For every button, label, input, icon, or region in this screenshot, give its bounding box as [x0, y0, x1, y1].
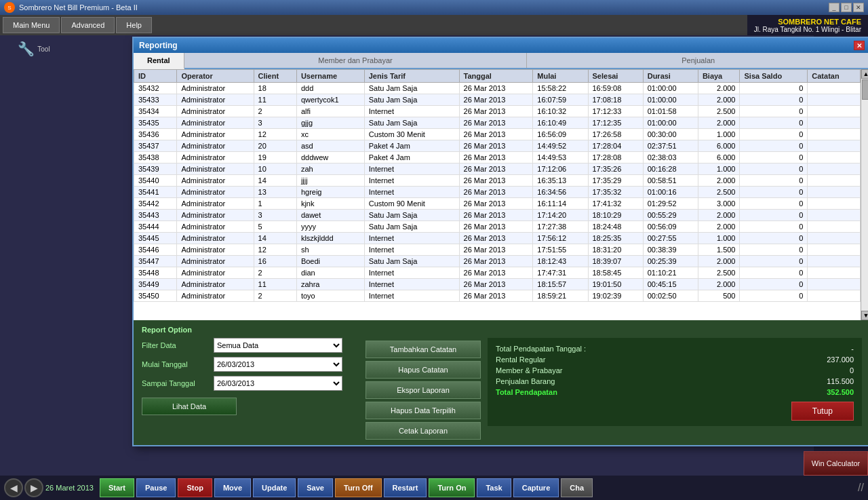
update-btn[interactable]: Update: [253, 478, 296, 497]
table-cell: 35439: [134, 164, 177, 175]
close-btn[interactable]: ✕: [853, 3, 864, 12]
grand-total-label: Total Pendapatan: [496, 388, 557, 396]
scroll-thumb[interactable]: [862, 79, 868, 100]
minimize-btn[interactable]: _: [829, 3, 840, 12]
table-cell: [808, 290, 861, 302]
table-cell: 17:35:26: [588, 164, 643, 175]
save-btn[interactable]: Save: [298, 478, 333, 497]
table-cell: Administrator: [177, 244, 254, 256]
turnoff-btn[interactable]: Turn Off: [335, 478, 382, 497]
col-catatan: Catatan: [808, 70, 861, 83]
table-row[interactable]: 35444Administrator5yyyySatu Jam Saja26 M…: [134, 221, 861, 233]
capture-btn[interactable]: Capture: [513, 478, 559, 497]
table-cell: 16:34:56: [533, 187, 588, 198]
restart-btn[interactable]: Restart: [384, 478, 427, 497]
hapus-catatan-btn[interactable]: Hapus Catatan: [366, 361, 481, 379]
table-row[interactable]: 35446Administrator12shInternet26 Mar 201…: [134, 244, 861, 256]
date-display: 26 Maret 2013: [45, 484, 94, 492]
table-cell: 26 Mar 2013: [459, 221, 533, 233]
data-table-container[interactable]: ID Operator Client Username Jenis Tarif …: [134, 69, 861, 320]
table-cell: 11: [254, 94, 296, 106]
table-row[interactable]: 35434Administrator2alfiInternet26 Mar 20…: [134, 106, 861, 117]
table-row[interactable]: 35439Administrator10zahInternet26 Mar 20…: [134, 164, 861, 175]
next-btn[interactable]: ▶: [24, 478, 43, 497]
table-row[interactable]: 35437Administrator20asdPaket 4 Jam26 Mar…: [134, 140, 861, 152]
app-title: Sombrero Net Bill Premium - Beta II: [19, 3, 829, 12]
table-cell: 26 Mar 2013: [459, 175, 533, 187]
tambahkan-btn[interactable]: Tambahkan Catatan: [366, 341, 481, 358]
scroll-track[interactable]: [861, 79, 868, 311]
table-cell: 35438: [134, 152, 177, 164]
table-row[interactable]: 35433Administrator11qwertycok1Satu Jam S…: [134, 94, 861, 106]
task-btn[interactable]: Task: [477, 478, 511, 497]
cha-btn[interactable]: Cha: [561, 478, 593, 497]
table-cell: 26 Mar 2013: [459, 140, 533, 152]
table-row[interactable]: 35448Administrator2dianInternet26 Mar 20…: [134, 267, 861, 279]
advanced-btn[interactable]: Advanced: [61, 17, 115, 33]
dialog-close-btn[interactable]: ✕: [854, 41, 865, 50]
move-btn[interactable]: Move: [214, 478, 251, 497]
menu-bar: Main Menu Advanced Help SOMBRERO NET CAF…: [0, 15, 868, 35]
table-row[interactable]: 35441Administrator13hgreigInternet26 Mar…: [134, 187, 861, 198]
table-cell: Internet: [364, 106, 459, 117]
prev-btn[interactable]: ◀: [4, 478, 23, 497]
hapus-data-btn[interactable]: Hapus Data Terpilih: [366, 402, 481, 419]
table-cell: 35448: [134, 267, 177, 279]
table-cell: 13: [254, 187, 296, 198]
start-btn[interactable]: Start: [100, 478, 134, 497]
table-cell: 26 Mar 2013: [459, 279, 533, 290]
table-cell: 02:38:03: [643, 152, 698, 164]
table-row[interactable]: 35436Administrator12xcCustom 30 Menit26 …: [134, 129, 861, 140]
tab-penjualan[interactable]: Penjualan: [527, 53, 868, 68]
end-date-row: Sampai Tanggal 26/03/2013: [142, 376, 359, 391]
cetak-btn[interactable]: Cetak Laporan: [366, 422, 481, 440]
table-body: 35432Administrator18dddSatu Jam Saja26 M…: [134, 83, 861, 302]
maximize-btn[interactable]: □: [841, 3, 852, 12]
col-mulai: Mulai: [533, 70, 588, 83]
table-row[interactable]: 35445Administrator14klszkjldddInternet26…: [134, 233, 861, 244]
table-row[interactable]: 35440Administrator14jjjjInternet26 Mar 2…: [134, 175, 861, 187]
scroll-down-btn[interactable]: ▼: [861, 311, 868, 320]
title-bar: S Sombrero Net Bill Premium - Beta II _ …: [0, 0, 868, 15]
table-cell: 2.500: [698, 106, 740, 117]
stop-btn[interactable]: Stop: [178, 478, 212, 497]
table-cell: 26 Mar 2013: [459, 106, 533, 117]
table-cell: 01:00:00: [643, 83, 698, 94]
table-cell: Custom 30 Menit: [364, 129, 459, 140]
table-row[interactable]: 35449Administrator11zahraInternet26 Mar …: [134, 279, 861, 290]
filter-data-select[interactable]: Semua Data Rental Member Prabayar: [214, 338, 342, 353]
table-cell: asd: [296, 140, 364, 152]
lihat-data-btn[interactable]: Lihat Data: [142, 398, 237, 415]
table-cell: [808, 210, 861, 221]
scroll-up-btn[interactable]: ▲: [861, 69, 868, 79]
table-row[interactable]: 35447Administrator16BoediSatu Jam Saja26…: [134, 256, 861, 267]
table-cell: 500: [698, 290, 740, 302]
table-row[interactable]: 35442Administrator1kjnkCustom 90 Menit26…: [134, 198, 861, 210]
table-row[interactable]: 35450Administrator2toyoInternet26 Mar 20…: [134, 290, 861, 302]
help-btn[interactable]: Help: [116, 17, 152, 33]
tutup-btn[interactable]: Tutup: [791, 402, 854, 421]
table-cell: Administrator: [177, 210, 254, 221]
win-calculator-btn[interactable]: Win Calculator: [804, 451, 868, 476]
table-cell: [808, 233, 861, 244]
tab-rental[interactable]: Rental: [134, 53, 184, 69]
tab-member[interactable]: Member dan Prabayar: [184, 53, 528, 68]
table-row[interactable]: 35438Administrator19dddwewPaket 4 Jam26 …: [134, 152, 861, 164]
table-row[interactable]: 35432Administrator18dddSatu Jam Saja26 M…: [134, 83, 861, 94]
turnon-btn[interactable]: Turn On: [429, 478, 475, 497]
table-scrollbar[interactable]: ▲ ▼: [861, 69, 868, 320]
table-row[interactable]: 35435Administrator3gjjgSatu Jam Saja26 M…: [134, 117, 861, 129]
window-controls[interactable]: _ □ ✕: [829, 3, 864, 12]
table-cell: 00:25:39: [643, 256, 698, 267]
end-date-input[interactable]: 26/03/2013: [214, 376, 342, 391]
table-cell: yyyy: [296, 221, 364, 233]
table-cell: Satu Jam Saja: [364, 117, 459, 129]
table-cell: [808, 117, 861, 129]
main-menu-btn[interactable]: Main Menu: [3, 17, 60, 33]
start-date-input[interactable]: 26/03/2013: [214, 357, 342, 372]
pause-btn[interactable]: Pause: [136, 478, 176, 497]
dialog-title-text: Reporting: [139, 41, 178, 50]
table-cell: 17:12:33: [588, 106, 643, 117]
ekspor-btn[interactable]: Ekspor Laporan: [366, 381, 481, 399]
table-row[interactable]: 35443Administrator3dawetSatu Jam Saja26 …: [134, 210, 861, 221]
